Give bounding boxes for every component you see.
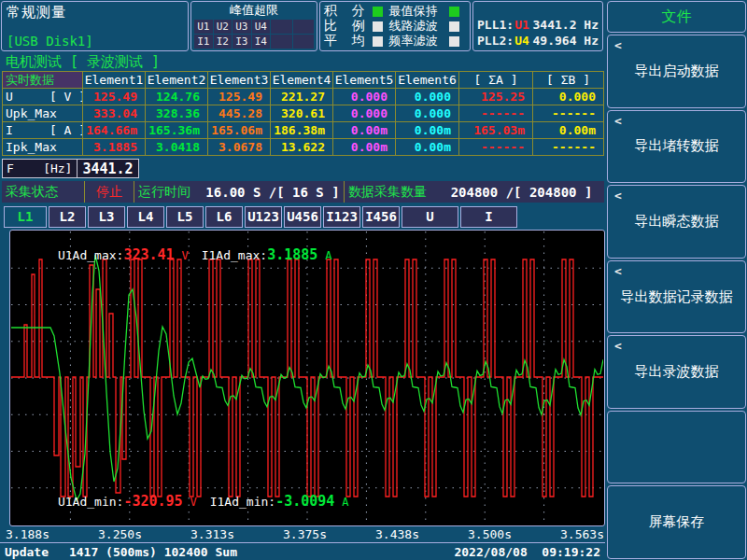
export-datalog-data-button[interactable]: < 导出数据记录数据 [607,260,746,334]
freq-filter-label: 频率滤波 [389,33,443,49]
row-label: U [ V ] [3,89,82,105]
pll1-row: PLL1: U1 3441.2 Hz [477,17,599,33]
value-cell: 3.0418 [146,139,207,155]
average-label: 平 [324,33,352,49]
tab-i456[interactable]: I456 [362,206,400,228]
export-startup-data-button[interactable]: < 导出启动数据 [607,35,746,108]
tab-i[interactable]: I [460,206,517,228]
pll1-label: PLL1: [477,18,514,32]
pll-panel: PLL1: U1 3441.2 Hz PLL2: U4 49.964 Hz [472,1,603,51]
update-label: Update [5,545,49,559]
chevron-left-icon: < [614,264,622,278]
screen-save-button[interactable]: 屏幕保存 [607,485,746,559]
time-tick: 3.250s [98,527,142,541]
pll1-frequency: 3441.2 Hz [533,18,599,32]
max-hold-checkbox[interactable] [449,7,459,17]
value-cell: 13.622 [271,139,332,155]
peak-cell: U4 [252,20,271,34]
chevron-left-icon: < [614,38,622,52]
waveform-min-annotations: U1Ad_min:-320.95 VI1Ad_min:-3.0094 A [14,479,348,524]
export-locked-rotor-data-button[interactable]: < 导出堵转数据 [607,110,746,184]
value-cell: 445.28 [208,105,270,121]
pll2-row: PLL2: U4 49.964 Hz [477,33,599,49]
time-tick: 3.500s [468,527,512,541]
row-label: Upk_Max [3,105,82,121]
button-label: 导出数据记录数据 [621,288,733,306]
peak-cell [293,35,314,49]
test-mode-title: 电机测试 [ 录波测试 ] [6,53,160,71]
update-info: 1417 (500ms) 102400 Sum [69,545,237,559]
button-label: 导出堵转数据 [635,137,719,155]
waveform-display: U1Ad_max:323.41 VI1Ad_max:3.1885 A U1Ad_… [9,230,605,526]
frequency-readout: F [Hz] 3441.2 [2,159,139,178]
bottom-status-bar: Update 1417 (500ms) 102400 Sum 2022/08/0… [0,542,605,560]
i-max-value: 3.1885 [267,246,317,263]
frequency-label: F [Hz] [3,160,78,177]
time-axis: 3.188s 3.250s 3.313s 3.375s 3.438s 3.500… [6,527,604,541]
acquisition-status-bar: 采集状态 停止 运行时间 16.00 S /[ 16 S ] 数据采集数量 20… [2,181,604,203]
value-cell: 125.49 [208,89,270,105]
filter-settings-panel: 积 分 最值保持 比 例 线路滤波 平 均 频率滤波 [319,1,471,51]
tab-l2[interactable]: L2 [49,206,86,228]
peak-cell: U3 [233,20,251,34]
chevron-left-icon: < [614,189,622,203]
peak-overlimit-panel: 峰值超限 U1 U2 U3 U4 I1 I2 I3 I4 [190,1,317,51]
average-checkbox[interactable] [373,36,383,47]
tab-u[interactable]: U [402,206,458,228]
table-header-cell: Element2 [146,72,207,88]
integration-checkbox[interactable] [373,7,383,17]
tab-l6[interactable]: L6 [205,206,243,228]
measure-mode-panel: 常规测量 [USB Disk1] [1,1,189,51]
peak-cell: I3 [233,35,251,49]
tab-l5[interactable]: L5 [166,206,204,228]
tab-l1[interactable]: L1 [4,206,47,228]
tab-l4[interactable]: L4 [127,206,164,228]
time-tick: 3.188s [6,527,49,541]
tab-u456[interactable]: U456 [284,206,321,228]
max-hold-row: 积 分 最值保持 [324,4,466,19]
value-cell: 125.25 [459,89,532,105]
table-header-cell: [ ΣA ] [459,72,532,88]
peak-cell: U2 [214,20,233,34]
u-min-unit: V [190,496,196,509]
value-cell: 0.00m [396,139,458,155]
tab-l3[interactable]: L3 [88,206,125,228]
table-header-cell: Element3 [208,72,270,88]
time-tick: 3.438s [375,527,419,541]
value-cell: 3.1885 [83,139,145,155]
time-tick: 3.375s [283,527,327,541]
value-cell: 0.00m [396,122,458,138]
peak-cell: I2 [214,35,233,49]
acquisition-state-value: 停止 [85,184,134,201]
table-header-cell: Element5 [333,72,395,88]
peak-voltage-row: U1 U2 U3 U4 [194,20,314,34]
ratio-checkbox[interactable] [373,21,383,32]
row-label: I [ A ] [3,122,82,138]
tab-u123[interactable]: U123 [245,206,282,228]
peak-cell [271,35,291,49]
value-cell: 124.76 [146,89,207,105]
pll2-frequency: 49.964 Hz [533,34,599,48]
export-transient-data-button[interactable]: < 导出瞬态数据 [607,185,746,259]
table-header-cell: 实时数据 [3,72,82,88]
pll2-label: PLL2: [477,34,514,48]
value-cell: 165.06m [208,122,270,138]
file-menu-sidebar: 文件 < 导出启动数据 < 导出堵转数据 < 导出瞬态数据 < 导出数据记录数据… [606,0,747,560]
usb-disk-status: [USB Disk1] [7,34,93,49]
value-cell: 125.49 [83,89,145,105]
empty-menu-button[interactable] [607,411,746,484]
tab-i123[interactable]: I123 [323,206,360,228]
peak-cell: I4 [252,35,271,49]
value-cell: 0.000 [333,105,395,121]
acquisition-state-label: 采集状态 [2,184,84,201]
export-waveform-data-button[interactable]: < 导出录波数据 [607,335,746,409]
freq-filter-checkbox[interactable] [449,36,459,47]
chevron-left-icon: < [614,339,622,353]
peak-cell [293,20,314,34]
u-min-value: -320.95 [123,493,182,510]
value-cell: 165.36m [146,122,207,138]
value-cell: 0.00m [533,122,603,138]
chevron-left-icon: < [614,114,622,128]
line-filter-checkbox[interactable] [449,21,459,32]
value-cell: 333.04 [83,105,145,121]
